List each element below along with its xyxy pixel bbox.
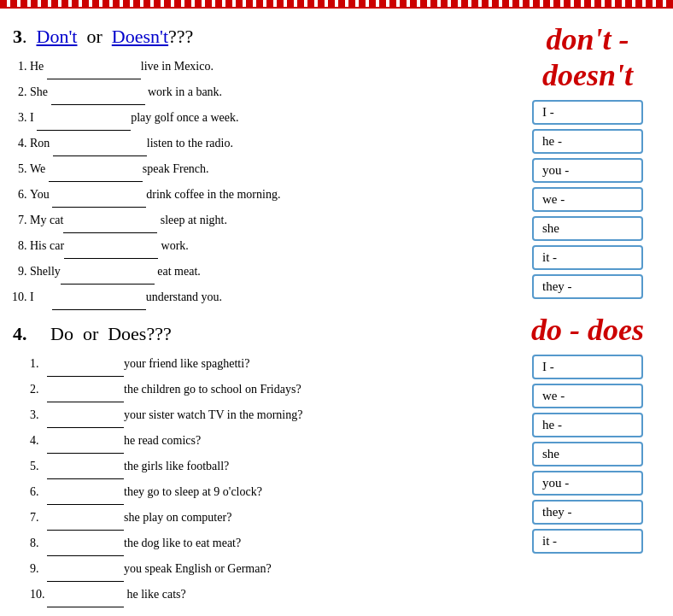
pronoun-box-she: she bbox=[532, 216, 643, 241]
do-does-title: do - does bbox=[531, 312, 644, 348]
blank bbox=[52, 285, 146, 310]
dont-doesnt-title: don't - doesn't bbox=[511, 21, 664, 93]
do-pronoun-box-he: he - bbox=[532, 413, 643, 437]
blank bbox=[53, 132, 147, 156]
section3-exercises: He live in Mexico. She work in a bank. I… bbox=[13, 55, 489, 310]
list-item: the dog like to eat meat? bbox=[30, 531, 489, 556]
blank bbox=[47, 429, 124, 454]
pronoun-box-you: you - bbox=[532, 158, 643, 183]
blank bbox=[61, 260, 155, 285]
do-pronoun-box-I: I - bbox=[532, 355, 643, 379]
list-item: He live in Mexico. bbox=[30, 55, 489, 79]
blank bbox=[47, 480, 124, 505]
pronoun-box-they: they - bbox=[532, 274, 643, 299]
blank bbox=[47, 455, 124, 479]
do-does-boxes: I - we - he - she you - they - it - bbox=[532, 355, 643, 558]
list-item: She work in a bank. bbox=[30, 80, 489, 105]
list-item: he read comics? bbox=[30, 429, 489, 454]
list-item: You drink coffee in the morning. bbox=[30, 183, 489, 208]
list-item: your friend like spaghetti? bbox=[30, 352, 489, 377]
section4-does: Does bbox=[108, 323, 146, 344]
list-item: My cat sleep at night. bbox=[30, 208, 489, 233]
blank bbox=[64, 234, 158, 259]
blank bbox=[47, 55, 141, 79]
do-pronoun-box-you: you - bbox=[532, 471, 643, 496]
section4-do: Do bbox=[50, 323, 73, 344]
blank bbox=[47, 352, 124, 377]
pronoun-box-we: we - bbox=[532, 187, 643, 212]
do-pronoun-box-we: we - bbox=[532, 384, 643, 408]
do-pronoun-box-she: she bbox=[532, 442, 643, 466]
pronoun-box-he: he - bbox=[532, 129, 643, 154]
list-item: she play on computer? bbox=[30, 506, 489, 531]
section3-doesnt: Doesn't bbox=[112, 26, 168, 47]
section3-header: 3. Don't or Doesn't??? bbox=[13, 26, 489, 48]
section3-dont: Don't bbox=[37, 26, 78, 47]
blank bbox=[52, 183, 146, 208]
blank bbox=[47, 403, 124, 428]
list-item: His car work. bbox=[30, 234, 489, 259]
list-item: your sister watch TV in the morning? bbox=[30, 403, 489, 428]
do-pronoun-box-they: they - bbox=[532, 500, 643, 525]
blank bbox=[47, 378, 124, 402]
top-border bbox=[0, 0, 673, 9]
list-item: Ron listen to the radio. bbox=[30, 132, 489, 156]
blank bbox=[47, 557, 124, 582]
right-panel: don't - doesn't I - he - you - we - she … bbox=[502, 17, 673, 616]
list-item: they go to sleep at 9 o'clock? bbox=[30, 480, 489, 505]
list-item: the girls like football? bbox=[30, 455, 489, 479]
list-item: I understand you. bbox=[30, 285, 489, 310]
blank bbox=[47, 531, 124, 556]
section4-number: 4. bbox=[13, 323, 27, 344]
list-item: you speak English or German? bbox=[30, 557, 489, 582]
list-item: I play golf once a week. bbox=[30, 106, 489, 131]
pronoun-box-it: it - bbox=[532, 245, 643, 270]
list-item: Shelly eat meat. bbox=[30, 260, 489, 285]
dont-doesnt-boxes: I - he - you - we - she it - they - bbox=[532, 100, 643, 303]
do-pronoun-box-it: it - bbox=[532, 529, 643, 554]
main-container: 3. Don't or Doesn't??? He live in Mexico… bbox=[0, 9, 673, 616]
blank bbox=[37, 106, 131, 131]
left-panel: 3. Don't or Doesn't??? He live in Mexico… bbox=[0, 17, 502, 616]
section4-exercises: your friend like spaghetti? the children… bbox=[13, 352, 489, 607]
blank bbox=[49, 157, 143, 182]
list-item: he like cats? bbox=[30, 583, 489, 607]
list-item: the children go to school on Fridays? bbox=[30, 378, 489, 402]
blank bbox=[51, 80, 145, 105]
pronoun-box-I: I - bbox=[532, 100, 643, 125]
blank bbox=[63, 208, 157, 233]
blank bbox=[47, 583, 124, 607]
section3-number: 3 bbox=[13, 26, 22, 47]
section4-header: 4. Do or Does??? bbox=[13, 323, 489, 345]
blank bbox=[47, 506, 124, 531]
list-item: We speak French. bbox=[30, 157, 489, 182]
